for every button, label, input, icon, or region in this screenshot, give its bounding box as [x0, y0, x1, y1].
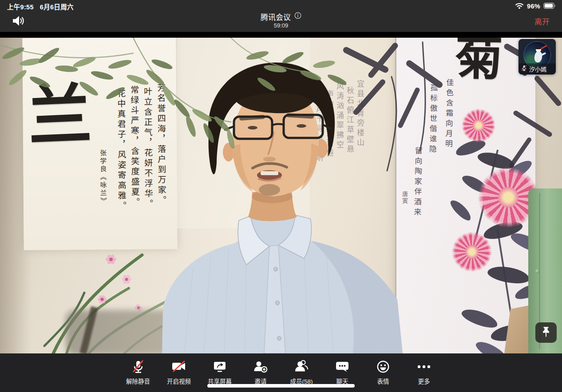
emoji-button[interactable]: 表情	[366, 358, 400, 385]
self-view-name-bar: 汐小嫣	[518, 63, 556, 74]
status-bar: 上午9:556月6日周六 96%	[0, 0, 562, 12]
self-view-name: 汐小嫣	[529, 65, 546, 73]
meeting-toolbar: 解除静音 开启视频 共享屏幕 邀请 成员(58)	[0, 353, 562, 392]
share-screen-icon	[212, 358, 228, 375]
toolbar-label: 开启视频	[167, 376, 191, 385]
invite-button[interactable]: 邀请	[243, 358, 278, 385]
presenter-person	[158, 60, 406, 353]
orchid-blossoms	[98, 254, 142, 312]
leave-button[interactable]: 离开	[532, 15, 552, 27]
status-time-date: 上午9:556月6日周六	[7, 2, 80, 11]
status-time: 上午9:55	[7, 4, 34, 11]
toolbar-label: 表情	[377, 376, 389, 385]
status-date: 6月6日周六	[40, 4, 74, 11]
more-dots-icon	[416, 358, 432, 375]
chat-bubble-icon	[334, 358, 350, 375]
info-icon[interactable]	[294, 12, 301, 21]
poem-signature: 张学良《咏兰》	[99, 149, 107, 245]
big-char-lan: 兰	[27, 82, 93, 149]
battery-icon	[543, 3, 556, 10]
poem-column: 留向陶家伴酒来	[412, 147, 422, 249]
big-char-ju: 菊	[455, 38, 503, 82]
home-indicator[interactable]	[207, 384, 355, 388]
mic-muted-icon	[521, 65, 527, 73]
poem-column: 佳色含霜向月明	[443, 78, 453, 203]
poem-column: 孤标傲世偕谁隐	[427, 84, 437, 208]
avatar-astronaut	[534, 51, 543, 63]
poem-column: 叶立含正气，花妍不浮华。	[143, 87, 152, 233]
self-view-thumbnail[interactable]: 汐小嫣	[518, 39, 556, 74]
share-screen-button[interactable]: 共享屏幕	[202, 358, 237, 385]
invite-person-icon	[252, 358, 269, 375]
meeting-header: 腾讯会议 59:09 离开	[0, 12, 562, 32]
battery-percent: 96%	[527, 3, 540, 10]
members-button[interactable]: 成员(58)	[284, 358, 319, 385]
toolbar-label: 解除静音	[126, 376, 150, 385]
poem-column: 常绿斗严寒，含笑度盛夏。	[130, 85, 139, 231]
pushpin-icon	[540, 326, 552, 340]
wifi-icon	[515, 2, 524, 11]
chat-button[interactable]: 聊天	[325, 358, 360, 385]
meeting-timer: 59:09	[0, 22, 562, 29]
emoji-smile-icon	[375, 358, 391, 375]
top-bar: 上午9:556月6日周六 96% 腾讯会议	[0, 0, 562, 32]
chair-tuft-button	[535, 269, 539, 273]
tencent-meeting-app: 上午9:556月6日周六 96% 腾讯会议	[0, 0, 562, 392]
unmute-button[interactable]: 解除静音	[121, 358, 155, 385]
avatar-red-streak	[540, 45, 547, 49]
mic-muted-icon	[130, 358, 146, 375]
start-video-button[interactable]: 开启视频	[162, 358, 196, 385]
meeting-title: 腾讯会议	[261, 11, 291, 22]
more-button[interactable]: 更多	[407, 358, 441, 385]
members-icon	[293, 358, 310, 375]
toolbar-label: 更多	[418, 376, 430, 385]
main-video-feed[interactable]: 兰 芳名誉四海，落户到万家。 叶立含正气，花妍不浮华。 常绿斗严寒，含笑度盛夏。…	[0, 38, 562, 353]
camera-off-icon	[170, 358, 187, 375]
pin-video-button[interactable]	[535, 322, 557, 343]
calligraphy-scroll-orchid: 兰 芳名誉四海，落户到万家。 叶立含正气，花妍不浮华。 常绿斗严寒，含笑度盛夏。…	[22, 38, 177, 250]
poem-column: 花中真君子，风姿寄高雅。	[116, 89, 126, 235]
